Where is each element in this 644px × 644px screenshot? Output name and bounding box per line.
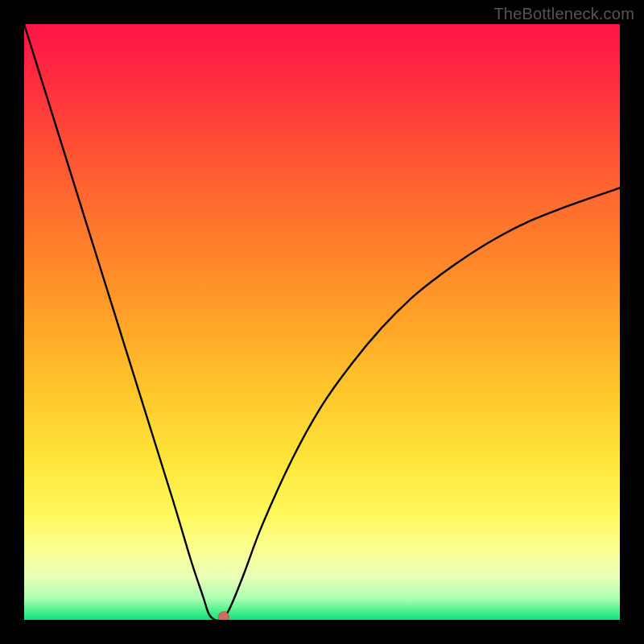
svg-point-1 (218, 612, 229, 620)
chart-frame: TheBottleneck.com (0, 0, 644, 644)
bottleneck-curve (24, 24, 620, 620)
plot-area (24, 24, 620, 620)
attribution-watermark: TheBottleneck.com (493, 5, 634, 23)
